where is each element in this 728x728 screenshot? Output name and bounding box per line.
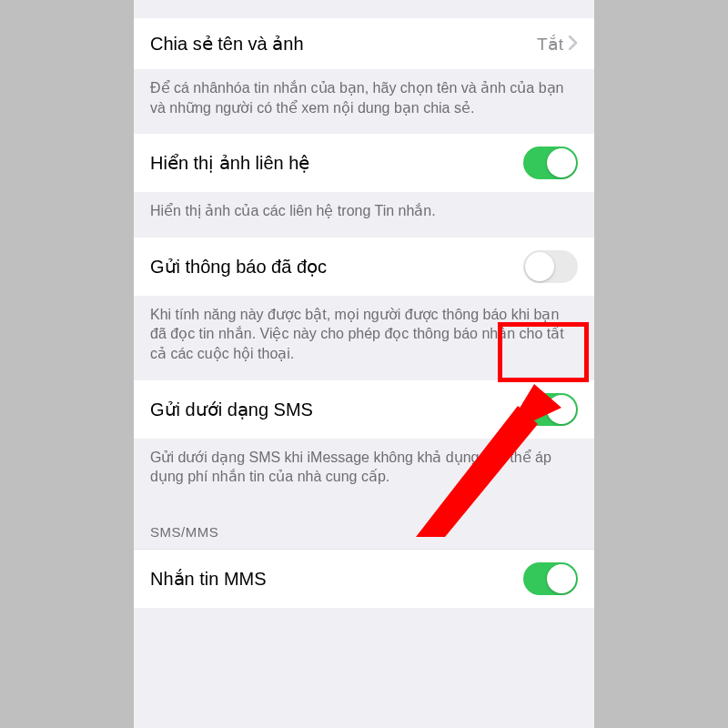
row-value: Tắt (537, 34, 563, 55)
settings-screen: Chia sẻ tên và ảnh Tắt Để cá nhânhóa tin… (134, 0, 594, 728)
row-send-as-sms[interactable]: Gửi dưới dạng SMS (134, 380, 594, 439)
row-share-name-photo[interactable]: Chia sẻ tên và ảnh Tắt (134, 18, 594, 69)
toggle-show-contact-photos[interactable] (523, 147, 578, 179)
section-header-sms-mms: SMS/MMS (134, 503, 594, 549)
row-send-read-receipts[interactable]: Gửi thông báo đã đọc (134, 238, 594, 296)
row-footer: Hiển thị ảnh của các liên hệ trong Tin n… (134, 192, 594, 238)
row-show-contact-photos[interactable]: Hiển thị ảnh liên hệ (134, 134, 594, 192)
toggle-send-as-sms[interactable] (523, 393, 578, 426)
row-footer: Khi tính năng này được bật, mọi người đư… (134, 296, 594, 380)
row-label: Chia sẻ tên và ảnh (150, 33, 537, 55)
row-label: Gửi dưới dạng SMS (150, 399, 523, 420)
row-footer: Gửi dưới dạng SMS khi iMessage không khả… (134, 439, 594, 503)
toggle-mms-messaging[interactable] (523, 562, 578, 595)
row-label: Hiển thị ảnh liên hệ (150, 152, 523, 174)
chevron-right-icon (569, 34, 578, 54)
toggle-send-read-receipts[interactable] (523, 250, 578, 283)
row-mms-messaging[interactable]: Nhắn tin MMS (134, 549, 594, 608)
row-label: Nhắn tin MMS (150, 568, 523, 590)
row-footer: Để cá nhânhóa tin nhắn của bạn, hãy chọn… (134, 69, 594, 134)
row-label: Gửi thông báo đã đọc (150, 256, 523, 278)
